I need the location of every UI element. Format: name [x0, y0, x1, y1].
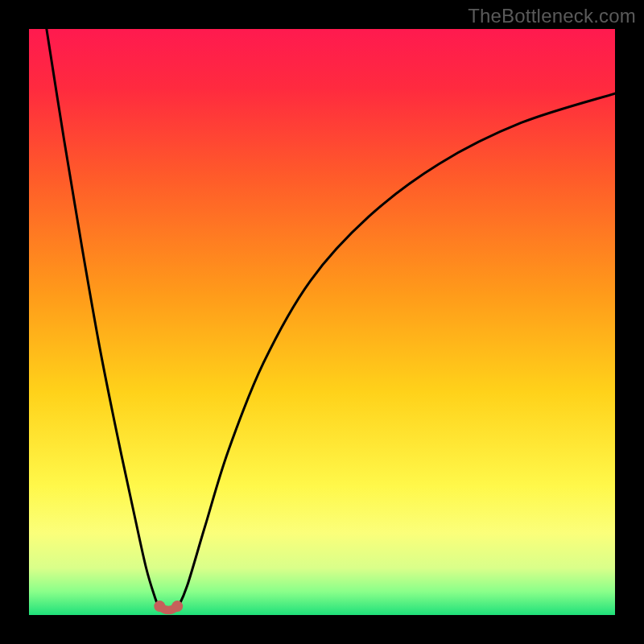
- min-marker-dot: [154, 601, 165, 612]
- plot-frame: [29, 29, 615, 615]
- watermark-text: TheBottleneck.com: [468, 5, 636, 27]
- min-marker-dot: [171, 601, 183, 612]
- curve-left-branch: [47, 29, 160, 609]
- bottleneck-curve-plot: [29, 29, 615, 615]
- curve-right-branch: [177, 93, 615, 609]
